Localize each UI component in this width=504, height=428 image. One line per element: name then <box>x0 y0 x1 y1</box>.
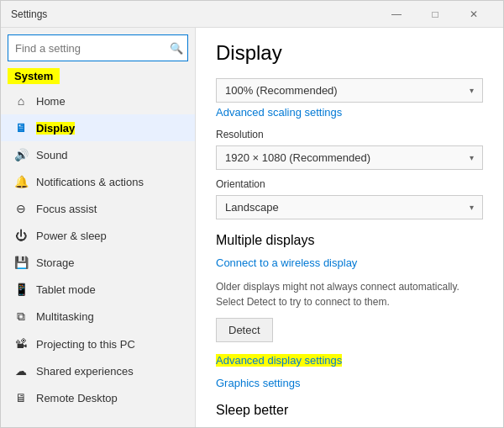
resolution-label: Resolution <box>216 129 483 140</box>
titlebar: Settings — □ ✕ <box>1 1 503 28</box>
window-title: Settings <box>11 8 377 20</box>
sidebar-item-storage-label: Storage <box>36 256 75 269</box>
system-label: System <box>8 68 60 84</box>
connect-wireless-link[interactable]: Connect to a wireless display <box>216 256 483 269</box>
sidebar-item-home[interactable]: ⌂ Home <box>1 87 195 114</box>
sidebar-item-remote-label: Remote Desktop <box>36 392 118 404</box>
sidebar-item-power[interactable]: ⏻ Power & sleep <box>1 222 195 249</box>
search-icon: 🔍 <box>170 42 183 55</box>
sidebar-item-remote[interactable]: 🖥 Remote Desktop <box>1 384 195 411</box>
main-content: 🔍 System ⌂ Home 🖥 Display 🔊 Sound 🔔 <box>1 28 503 427</box>
detect-description: Older displays might not always connect … <box>216 279 483 309</box>
sidebar-item-projecting-label: Projecting to this PC <box>36 338 135 351</box>
sidebar-item-shared-label: Shared experiences <box>36 365 134 378</box>
sidebar-item-projecting[interactable]: 📽 Projecting to this PC <box>1 330 195 357</box>
orientation-dropdown[interactable]: Landscape ▾ <box>216 195 483 219</box>
close-button[interactable]: ✕ <box>454 1 493 28</box>
maximize-button[interactable]: □ <box>416 1 454 28</box>
sidebar-item-power-label: Power & sleep <box>36 230 107 242</box>
detect-button[interactable]: Detect <box>216 318 273 342</box>
home-icon: ⌂ <box>14 94 28 108</box>
system-category-label: System <box>1 65 195 87</box>
sidebar-item-home-label: Home <box>36 95 66 108</box>
sidebar-item-tablet-label: Tablet mode <box>36 283 96 296</box>
search-box: 🔍 <box>8 34 188 61</box>
sidebar-item-notifications-label: Notifications & actions <box>36 176 144 188</box>
power-icon: ⏻ <box>14 229 28 242</box>
storage-icon: 💾 <box>14 256 28 269</box>
page-title: Display <box>216 41 483 65</box>
tablet-icon: 📱 <box>14 283 28 296</box>
sidebar-item-sound[interactable]: 🔊 Sound <box>1 141 195 168</box>
search-input[interactable] <box>8 34 188 61</box>
resolution-dropdown-arrow: ▾ <box>470 153 474 162</box>
right-panel: Display 100% (Recommended) ▾ Advanced sc… <box>196 28 503 427</box>
scale-dropdown[interactable]: 100% (Recommended) ▾ <box>216 78 483 103</box>
minimize-button[interactable]: — <box>377 1 416 28</box>
orientation-label: Orientation <box>216 178 483 190</box>
window-controls: — □ ✕ <box>377 1 493 28</box>
settings-window: Settings — □ ✕ 🔍 System ⌂ Home <box>0 0 504 428</box>
resolution-dropdown[interactable]: 1920 × 1080 (Recommended) ▾ <box>216 145 483 170</box>
sidebar-item-multitasking[interactable]: ⧉ Multitasking <box>1 303 195 330</box>
sidebar-item-sound-label: Sound <box>36 149 68 161</box>
remote-icon: 🖥 <box>14 391 28 404</box>
sidebar-item-tablet[interactable]: 📱 Tablet mode <box>1 276 195 303</box>
orientation-value: Landscape <box>225 201 279 214</box>
display-icon: 🖥 <box>14 121 28 135</box>
multitasking-icon: ⧉ <box>14 309 28 324</box>
advanced-scaling-link[interactable]: Advanced scaling settings <box>216 106 483 119</box>
multiple-displays-heading: Multiple displays <box>216 233 483 248</box>
sleep-heading: Sleep better <box>216 403 483 418</box>
sidebar-item-notifications[interactable]: 🔔 Notifications & actions <box>1 168 195 195</box>
shared-icon: ☁ <box>14 364 28 378</box>
focus-icon: ⊖ <box>14 202 28 215</box>
orientation-dropdown-arrow: ▾ <box>470 203 474 212</box>
sidebar: 🔍 System ⌂ Home 🖥 Display 🔊 Sound 🔔 <box>1 28 196 427</box>
sound-icon: 🔊 <box>14 148 28 161</box>
sidebar-item-storage[interactable]: 💾 Storage <box>1 249 195 276</box>
notifications-icon: 🔔 <box>14 175 28 188</box>
scale-dropdown-arrow: ▾ <box>470 86 474 95</box>
sidebar-item-focus-label: Focus assist <box>36 203 97 215</box>
projecting-icon: 📽 <box>14 337 28 351</box>
sidebar-item-shared[interactable]: ☁ Shared experiences <box>1 357 195 384</box>
resolution-value: 1920 × 1080 (Recommended) <box>225 151 370 164</box>
scale-value: 100% (Recommended) <box>225 84 338 97</box>
sidebar-item-focus[interactable]: ⊖ Focus assist <box>1 195 195 222</box>
sleep-description: Night light can help you get to sleep by… <box>216 426 483 427</box>
sidebar-item-display[interactable]: 🖥 Display <box>1 114 195 141</box>
graphics-settings-link[interactable]: Graphics settings <box>216 377 483 389</box>
sidebar-item-display-label: Display <box>36 122 75 135</box>
sidebar-item-multitasking-label: Multitasking <box>36 310 94 323</box>
advanced-display-link[interactable]: Advanced display settings <box>216 354 342 367</box>
